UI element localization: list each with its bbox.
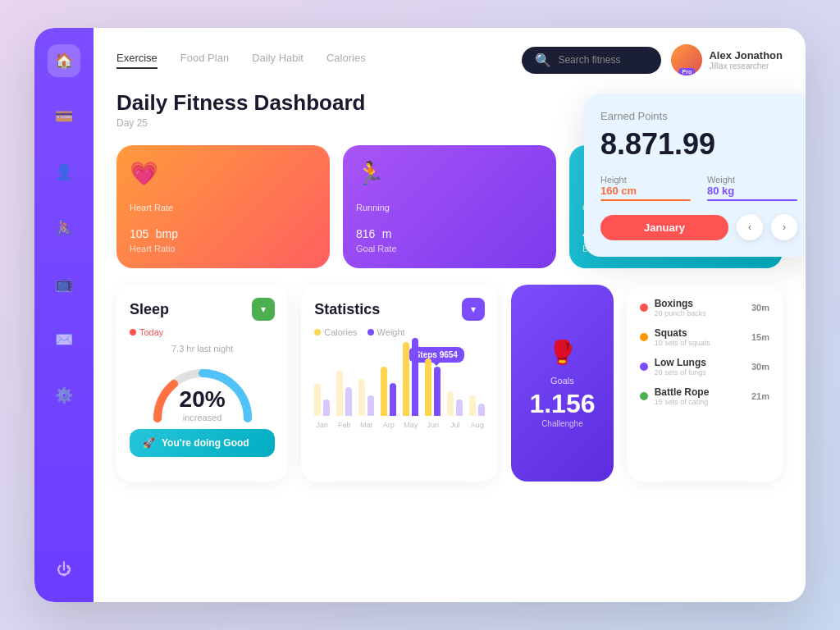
sleep-header: Sleep ▾ [130,298,275,321]
bar-group-Feb: Feb [336,371,352,429]
weight-label: Weight [707,175,797,185]
statistics-title: Statistics [314,301,380,318]
bar-weight-Jun [434,367,441,416]
statistics-dropdown[interactable]: ▾ [462,298,485,321]
activity-dot [640,333,648,341]
sidebar-item-profile[interactable]: 👤 [48,156,80,189]
bar-group-Aug: Aug [469,395,485,429]
bar-label-Jul: Jul [450,421,460,429]
user-info: Pro Alex Jonathon Jillax researcher [671,44,783,75]
sidebar-item-bike[interactable]: 🚴 [48,212,80,244]
tab-daily-habit[interactable]: Daily Habit [252,52,304,69]
tab-calories[interactable]: Calories [326,52,366,69]
bar-calories-Jan [314,383,321,416]
sidebar-item-settings[interactable]: ⚙️ [48,379,80,412]
heart-icon: 💗 [130,160,317,187]
month-nav: January ‹ › [600,214,797,240]
goals-icon: 🥊 [548,339,577,366]
user-role: Jillax researcher [709,62,783,71]
goals-card: 🥊 Goals 1.156 Challenghe [511,285,613,482]
sleep-info: 7.3 hr last night [130,344,275,354]
bar-label-Aug: Aug [471,421,484,429]
sleep-dropdown[interactable]: ▾ [252,298,275,321]
legend-calories-dot [314,329,321,336]
heart-label-top: Heart Rate [130,203,317,212]
month-button[interactable]: January [600,215,728,240]
activities-card: Boxings 20 punch backs 30m Squats 10 set… [627,285,783,482]
running-icon: 🏃 [356,160,543,187]
goals-label: Goals [550,376,574,386]
sidebar-item-mail[interactable]: ✉️ [48,323,80,356]
activity-desc: 15 sets of cating [655,398,745,406]
bar-label-May: May [404,421,418,429]
tab-exercise[interactable]: Exercise [116,52,158,69]
bottom-row: Sleep ▾ Today 7.3 hr last night [116,285,783,482]
sidebar-item-home[interactable]: 🏠 [48,44,80,77]
bar-group-Mar: Mar [358,379,374,429]
bar-label-Jun: Jun [427,421,439,429]
next-month-button[interactable]: › [771,214,797,240]
bar-label-Feb: Feb [338,421,351,429]
bar-group-Jun: Jun [425,358,441,429]
bar-weight-May [412,338,418,416]
heart-label-bottom: Heart Ratio [130,244,317,253]
bar-group-Arp: Arp [381,367,396,429]
bar-weight-Arp [390,383,396,416]
activity-info: Low Lungs 20 sets of lungs [655,357,745,377]
heart-value: 105 bmp [130,216,317,244]
today-dot [130,329,136,336]
gauge-percent: 20% [180,386,226,413]
stat-card-heart: 💗 Heart Rate 105 bmp Heart Ratio [116,145,330,268]
bar-group-Jan: Jan [314,383,330,429]
sleep-gauge: 20% increased [145,357,260,422]
activity-name: Squats [655,327,745,339]
activity-time: 15m [751,332,769,342]
weight-value: 80 kg [707,185,797,197]
search-input[interactable] [558,54,648,66]
bar-group-May: May [403,338,418,429]
sleep-title: Sleep [130,301,169,318]
doing-good-label: You're doing Good [162,437,249,449]
sidebar-item-wallet[interactable]: 💳 [48,100,80,133]
activity-item-low-lungs: Low Lungs 20 sets of lungs 30m [640,357,769,377]
activity-desc: 20 punch backs [655,309,745,317]
search-bar[interactable]: 🔍 [522,47,661,74]
activity-name: Low Lungs [655,357,745,368]
prev-month-button[interactable]: ‹ [737,214,763,240]
bar-weight-Mar [368,395,374,416]
bar-calories-Jun [425,358,431,416]
sidebar-item-power[interactable]: ⏻ [48,553,80,586]
pro-badge: Pro [679,68,696,75]
legend-calories-label: Calories [324,327,357,337]
activity-info: Boxings 20 punch backs [655,298,745,317]
running-label-top: Running [356,203,543,212]
height-underline [600,199,691,201]
bar-calories-May [403,342,409,416]
weight-underline [707,199,797,201]
bar-calories-Jul [447,391,454,416]
doing-good-button[interactable]: 🚀 You're doing Good [130,429,275,457]
stat-card-running: 🏃 Running 816 m Goal Rate [343,145,556,268]
activity-item-squats: Squats 10 sets of squats 15m [640,327,769,347]
activity-info: Battle Rope 15 sets of cating [655,386,745,406]
avatar: Pro [671,44,702,75]
search-icon: 🔍 [535,52,551,68]
gauge-label: increased [180,413,226,422]
today-badge: Today [130,327,275,337]
goals-value: 1.156 [529,389,595,419]
activity-dot [640,363,648,371]
sidebar-item-tv[interactable]: 📺 [48,267,80,300]
statistics-header: Statistics ▾ [314,298,485,321]
bar-weight-Aug [478,404,485,416]
tab-food-plan[interactable]: Food Plan [180,52,229,69]
bar-weight-Feb [345,387,352,416]
bar-label-Mar: Mar [360,421,373,429]
activity-info: Squats 10 sets of squats [655,327,745,347]
bar-label-Arp: Arp [383,421,395,429]
bar-calories-Arp [381,367,387,416]
bar-calories-Aug [469,395,476,416]
activity-name: Boxings [655,298,745,309]
activity-desc: 10 sets of squats [655,339,745,347]
activity-dot [640,392,648,400]
bar-calories-Mar [358,379,365,416]
